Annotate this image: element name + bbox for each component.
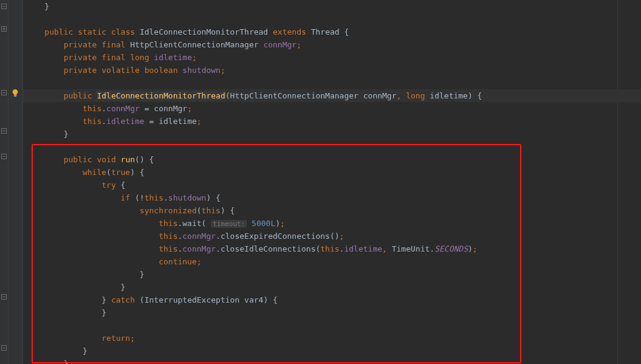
code-line[interactable]: this.connMgr.closeIdleConnections(this.i…: [26, 242, 641, 255]
code-line[interactable]: }: [26, 0, 641, 13]
svg-rect-15: [14, 95, 16, 96]
code-line[interactable]: }: [26, 345, 641, 357]
code-line[interactable]: this.connMgr = connMgr;: [26, 102, 641, 115]
code-line-current[interactable]: public IdleConnectionMonitorThread(HttpC…: [26, 89, 641, 102]
code-line[interactable]: public static class IdleConnectionMonito…: [26, 26, 641, 38]
code-line[interactable]: private final HttpClientConnectionManage…: [26, 38, 641, 51]
fold-collapse-icon[interactable]: [1, 294, 7, 300]
code-line[interactable]: this.wait( timeout: 5000L);: [26, 217, 641, 230]
fold-gutter: [0, 0, 9, 364]
code-line[interactable]: synchronized(this) {: [26, 204, 641, 217]
fold-collapse-icon[interactable]: [1, 90, 7, 95]
code-line[interactable]: }: [26, 306, 641, 319]
code-line[interactable]: private final long idletime;: [26, 51, 641, 64]
code-line[interactable]: }: [26, 281, 641, 294]
code-line[interactable]: private volatile boolean shutdown;: [26, 64, 641, 77]
code-line[interactable]: [26, 140, 641, 153]
code-line[interactable]: continue;: [26, 255, 641, 268]
fold-collapse-icon[interactable]: [1, 4, 7, 9]
svg-rect-16: [14, 96, 16, 97]
code-line[interactable]: [26, 77, 641, 89]
fold-collapse-icon[interactable]: [1, 128, 7, 134]
code-line[interactable]: if (!this.shutdown) {: [26, 191, 641, 204]
lightbulb-icon[interactable]: [11, 88, 19, 97]
code-line[interactable]: try {: [26, 179, 641, 191]
code-line[interactable]: this.idletime = idletime;: [26, 115, 641, 128]
vertical-scrollbar[interactable]: [634, 0, 640, 364]
code-viewport[interactable]: } public static class IdleConnectionMoni…: [23, 0, 641, 364]
code-line[interactable]: [26, 319, 641, 332]
fold-collapse-icon[interactable]: [1, 154, 7, 159]
code-line[interactable]: while(true) {: [26, 166, 641, 179]
code-line[interactable]: this.connMgr.closeExpiredConnections();: [26, 230, 641, 242]
code-line[interactable]: }: [26, 128, 641, 140]
code-line[interactable]: public void run() {: [26, 153, 641, 166]
code-line[interactable]: }: [26, 268, 641, 281]
code-line[interactable]: return;: [26, 332, 641, 345]
right-margin-guide: [617, 0, 618, 364]
fold-expand-icon[interactable]: [1, 26, 7, 32]
code-editor[interactable]: } public static class IdleConnectionMoni…: [0, 0, 641, 364]
code-line[interactable]: } catch (InterruptedException var4) {: [26, 294, 641, 306]
code-line[interactable]: }: [26, 357, 641, 364]
annotation-gutter: [9, 0, 23, 364]
parameter-hint: timeout:: [211, 220, 247, 228]
fold-collapse-icon[interactable]: [1, 345, 7, 351]
code-line[interactable]: [26, 13, 641, 26]
